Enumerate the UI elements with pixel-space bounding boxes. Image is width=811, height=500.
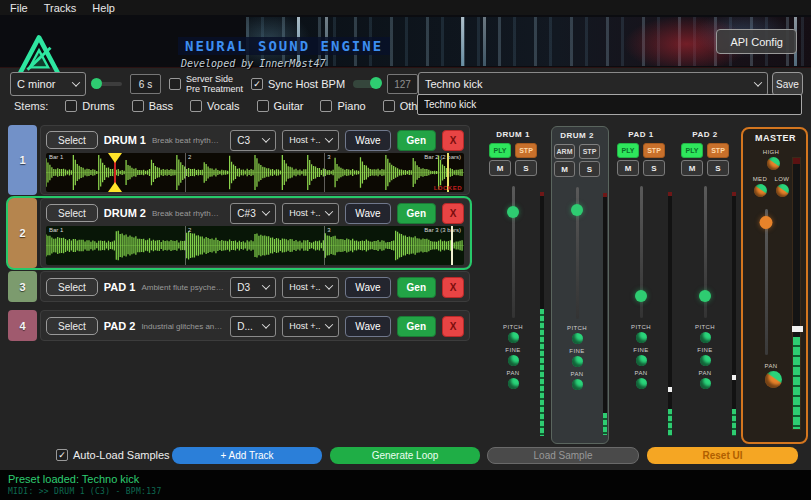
- fine-knob[interactable]: [636, 355, 647, 366]
- mute-button[interactable]: M: [489, 160, 511, 176]
- api-config-button[interactable]: API Config: [716, 29, 797, 54]
- stem-drums-checkbox[interactable]: Drums: [65, 100, 114, 112]
- volume-fader[interactable]: [554, 185, 600, 321]
- stem-vocals-checkbox[interactable]: Vocals: [190, 100, 239, 112]
- wave-button[interactable]: Wave: [345, 277, 390, 298]
- bpm-toggle[interactable]: [353, 80, 379, 88]
- fine-knob[interactable]: [572, 356, 583, 367]
- checkbox-checked[interactable]: ✓: [56, 449, 68, 461]
- meter-slider-handle[interactable]: [732, 375, 736, 380]
- meter-slider-handle[interactable]: [668, 387, 672, 392]
- generate-track-button[interactable]: Gen: [397, 130, 436, 151]
- stem-piano-checkbox[interactable]: Piano: [320, 100, 365, 112]
- master-meter-handle[interactable]: [792, 326, 803, 332]
- master-pan-knob[interactable]: [765, 371, 782, 388]
- autoload-samples-checkbox[interactable]: ✓ Auto-Load Samples: [56, 449, 170, 461]
- duration-slider[interactable]: [94, 82, 122, 86]
- stop-button[interactable]: STP: [707, 143, 729, 158]
- pitch-knob[interactable]: [508, 332, 519, 343]
- fine-knob[interactable]: [700, 355, 711, 366]
- solo-button[interactable]: S: [707, 160, 729, 176]
- select-button[interactable]: Select: [46, 317, 98, 335]
- play-button[interactable]: PLY: [617, 143, 639, 158]
- generate-track-button[interactable]: Gen: [397, 316, 436, 337]
- volume-fader[interactable]: [617, 184, 665, 320]
- pan-knob[interactable]: [700, 378, 711, 389]
- fader-thumb[interactable]: [507, 206, 519, 218]
- solo-button[interactable]: S: [643, 160, 665, 176]
- fader-thumb[interactable]: [635, 290, 647, 302]
- pitch-knob[interactable]: [636, 332, 647, 343]
- pan-knob[interactable]: [508, 378, 519, 389]
- checkbox-checked[interactable]: ✓: [251, 78, 263, 90]
- high-knob[interactable]: [767, 157, 780, 170]
- select-button[interactable]: Select: [46, 278, 98, 296]
- volume-fader[interactable]: [681, 184, 729, 320]
- fine-knob[interactable]: [508, 355, 519, 366]
- note-select[interactable]: D...: [230, 316, 276, 337]
- volume-fader[interactable]: [489, 184, 537, 320]
- preset-select[interactable]: Techno kick: [418, 72, 768, 96]
- server-side-checkbox[interactable]: Server SidePre Treatment: [169, 74, 243, 94]
- fader-thumb[interactable]: [699, 290, 711, 302]
- stem-guitar-checkbox[interactable]: Guitar: [257, 100, 304, 112]
- generate-loop-button[interactable]: Generate Loop: [330, 447, 480, 464]
- play-button[interactable]: PLY: [489, 143, 511, 158]
- wave-button[interactable]: Wave: [345, 203, 390, 224]
- load-sample-button[interactable]: Load Sample: [487, 447, 639, 464]
- delete-track-button[interactable]: X: [442, 130, 464, 151]
- add-track-button[interactable]: + Add Track: [172, 447, 322, 464]
- mute-button[interactable]: M: [617, 160, 639, 176]
- delete-track-button[interactable]: X: [442, 277, 464, 298]
- select-button[interactable]: Select: [46, 131, 98, 149]
- master-volume-fader[interactable]: [755, 207, 777, 357]
- fader-thumb[interactable]: [571, 204, 583, 216]
- reset-ui-button[interactable]: Reset UI: [647, 447, 798, 464]
- route-select[interactable]: Host +..: [282, 203, 339, 224]
- preset-name-input[interactable]: [417, 94, 802, 115]
- note-select[interactable]: D3: [230, 277, 276, 298]
- master-fader-thumb[interactable]: [760, 216, 773, 229]
- mute-button[interactable]: M: [554, 161, 575, 177]
- menu-tracks[interactable]: Tracks: [44, 2, 77, 14]
- play-button[interactable]: PLY: [681, 143, 703, 158]
- track-number-badge[interactable]: 2: [8, 198, 37, 268]
- solo-button[interactable]: S: [515, 160, 537, 176]
- slider-thumb[interactable]: [91, 78, 102, 89]
- sync-host-bpm-checkbox[interactable]: ✓ Sync Host BPM: [251, 78, 345, 90]
- pitch-knob[interactable]: [572, 333, 583, 344]
- low-knob[interactable]: [776, 184, 789, 197]
- loop-end-marker[interactable]: [451, 226, 453, 265]
- stop-button[interactable]: STP: [643, 143, 665, 158]
- pan-knob[interactable]: [636, 378, 647, 389]
- menu-help[interactable]: Help: [92, 2, 115, 14]
- note-select[interactable]: C3: [230, 130, 276, 151]
- track-number-badge[interactable]: 1: [8, 125, 37, 195]
- checkbox-unchecked[interactable]: [169, 78, 181, 90]
- stop-button[interactable]: STP: [579, 144, 600, 159]
- delete-track-button[interactable]: X: [442, 203, 464, 224]
- key-select[interactable]: C minor: [10, 72, 86, 96]
- stem-bass-checkbox[interactable]: Bass: [132, 100, 173, 112]
- wave-button[interactable]: Wave: [345, 316, 390, 337]
- track-number-badge[interactable]: 3: [8, 271, 37, 302]
- select-button[interactable]: Select: [46, 204, 98, 222]
- route-select[interactable]: Host +..: [282, 130, 339, 151]
- generate-track-button[interactable]: Gen: [397, 203, 436, 224]
- solo-button[interactable]: S: [579, 161, 600, 177]
- delete-track-button[interactable]: X: [442, 316, 464, 337]
- toggle-thumb[interactable]: [370, 77, 382, 89]
- arm-button[interactable]: ARM: [554, 144, 575, 159]
- menu-file[interactable]: File: [10, 2, 28, 14]
- waveform-display[interactable]: Bar 1 2 3 Bar 3 (3 bars): [46, 226, 464, 265]
- pitch-knob[interactable]: [700, 332, 711, 343]
- pan-knob[interactable]: [572, 379, 583, 390]
- track-number-badge[interactable]: 4: [8, 310, 37, 341]
- route-select[interactable]: Host +..: [282, 277, 339, 298]
- save-button[interactable]: Save: [772, 72, 803, 96]
- wave-button[interactable]: Wave: [345, 130, 390, 151]
- note-select[interactable]: C#3: [230, 203, 276, 224]
- waveform-display[interactable]: Bar 1 2 3 Bar 2 (2 bars) LOCKED: [46, 153, 464, 192]
- med-knob[interactable]: [754, 184, 767, 197]
- route-select[interactable]: Host +..: [282, 316, 339, 337]
